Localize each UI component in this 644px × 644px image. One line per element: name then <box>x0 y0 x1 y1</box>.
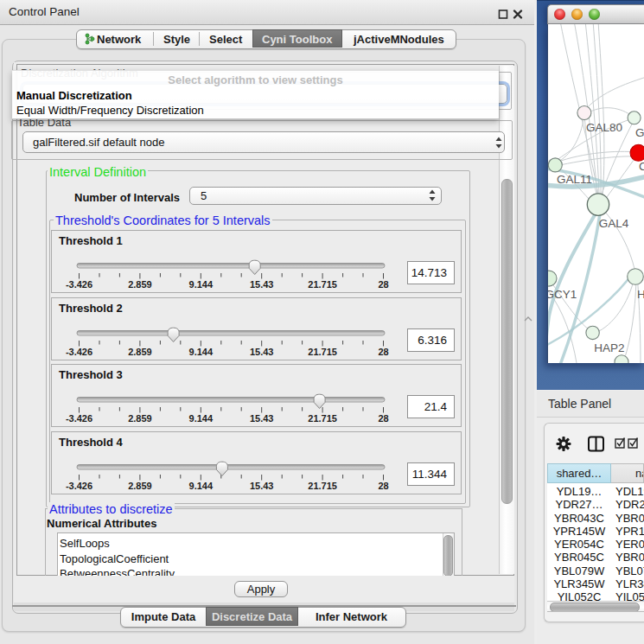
svg-text:28: 28 <box>378 279 388 290</box>
svg-text:15.43: 15.43 <box>250 480 274 490</box>
svg-text:-3.426: -3.426 <box>66 480 92 490</box>
svg-text:GCY1: GCY1 <box>548 288 577 301</box>
svg-text:HAP4: HAP4 <box>637 288 644 301</box>
svg-text:9.144: 9.144 <box>189 346 214 356</box>
svg-text:2.859: 2.859 <box>128 346 152 356</box>
svg-text:-3.426: -3.426 <box>66 279 92 290</box>
svg-text:15.43: 15.43 <box>250 413 274 424</box>
svg-text:GAL11: GAL11 <box>557 173 592 186</box>
svg-text:2.859: 2.859 <box>128 279 152 290</box>
svg-text:15.43: 15.43 <box>250 279 274 290</box>
svg-text:21.715: 21.715 <box>308 279 337 290</box>
svg-text:9.144: 9.144 <box>189 413 214 424</box>
svg-text:GAL4: GAL4 <box>599 217 629 230</box>
svg-text:15.43: 15.43 <box>250 346 274 356</box>
svg-text:21.715: 21.715 <box>308 480 337 490</box>
svg-text:28: 28 <box>378 480 388 490</box>
svg-text:9.144: 9.144 <box>189 279 214 290</box>
svg-text:21.715: 21.715 <box>308 413 337 424</box>
svg-text:2.859: 2.859 <box>128 480 152 490</box>
svg-text:28: 28 <box>378 346 388 356</box>
svg-text:GAL80: GAL80 <box>635 126 644 139</box>
svg-text:9.144: 9.144 <box>189 480 214 490</box>
svg-text:GAL80: GAL80 <box>586 121 622 134</box>
svg-text:-3.426: -3.426 <box>66 413 92 424</box>
svg-text:28: 28 <box>378 413 388 424</box>
svg-text:HAP2: HAP2 <box>594 341 624 354</box>
svg-text:21.715: 21.715 <box>308 346 337 356</box>
svg-text:CYC8: CYC8 <box>639 160 644 173</box>
svg-text:2.859: 2.859 <box>128 413 152 424</box>
svg-text:-3.426: -3.426 <box>66 346 92 356</box>
